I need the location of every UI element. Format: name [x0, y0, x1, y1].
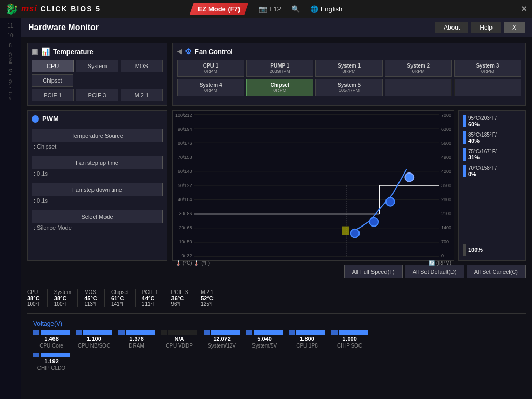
- fan-step-up-value: : 0.1s: [32, 170, 163, 177]
- temp-btn-system[interactable]: System: [76, 60, 118, 72]
- separator-2: [27, 313, 526, 314]
- top-right-controls: ×: [521, 4, 527, 15]
- temp-btn-m21[interactable]: M.2 1: [121, 89, 163, 101]
- fan-slots-row2: System 4 0RPM Chipset 0RPM System 5 1057…: [177, 79, 521, 96]
- all-full-speed-button[interactable]: All Full Speed(F): [344, 265, 403, 278]
- chart-svg: [194, 113, 439, 258]
- sidebar-label-user: Use: [8, 92, 13, 100]
- voltage-system5v: 5.040 System/5V: [246, 330, 283, 349]
- y-label-10: 0/ 32: [175, 253, 192, 258]
- fan-control-header: ◀ ⚙ Fan Control: [177, 47, 521, 56]
- all-set-cancel-button[interactable]: All Set Cancel(C): [467, 265, 526, 278]
- topbar-close-button[interactable]: ×: [521, 4, 527, 15]
- about-button[interactable]: About: [435, 22, 468, 33]
- fan-control-label: Fan Control: [195, 48, 233, 56]
- fan-slot-system5[interactable]: System 5 1057RPM: [315, 79, 382, 96]
- temp-reading-pcie1: PCIE 1 44°C 111°F: [136, 289, 165, 307]
- temp-btn-mos[interactable]: MOS: [121, 60, 163, 72]
- voltage-section: Voltage(V) 1.468 CPU Core 1.100: [27, 318, 526, 373]
- legend-bar-1: [463, 115, 466, 127]
- fan-slot-system4[interactable]: System 4 0RPM: [177, 79, 244, 96]
- rpm-label-0: 7000: [441, 113, 451, 118]
- voltage-chip-soc: 1.000 CHIP SOC: [331, 330, 368, 349]
- temperature-panel-header: ▣ 📊 Temperature: [32, 47, 163, 56]
- search-button[interactable]: 🔍: [291, 5, 300, 13]
- fan-slot-cpu1[interactable]: CPU 1 0RPM: [177, 60, 244, 77]
- rpm-label-10: 0: [441, 253, 451, 258]
- temp-btn-cpu[interactable]: CPU: [32, 60, 74, 72]
- all-set-default-button[interactable]: All Set Default(D): [405, 265, 464, 278]
- fan-slots-row1: CPU 1 0RPM PUMP 1 2039RPM System 1 0RPM …: [177, 60, 521, 77]
- legend-text-2: 85°C/185°F/ 40%: [468, 132, 521, 144]
- voltage-cpu-nb-soc: 1.100 CPU NB/SOC: [76, 330, 112, 349]
- rpm-label-7: 2100: [441, 211, 451, 216]
- help-button[interactable]: Help: [471, 22, 501, 33]
- voltage-bars-row: 1.468 CPU Core 1.100 CPU NB/SOC: [33, 330, 520, 349]
- left-sidebar: 11 10 8 GAMI Mo Ove Use: [0, 18, 21, 399]
- chart-point-1[interactable]: [350, 229, 359, 238]
- legend-bar-4: [463, 165, 466, 177]
- legend-item-4: 70°C/158°F/ 0%: [463, 165, 521, 177]
- temperature-readings-bar: CPU 38°C 100°F System 38°C 100°F MOS 45°…: [27, 287, 526, 309]
- fan-step-up-button[interactable]: Fan step up time: [32, 156, 163, 169]
- globe-icon: 🌐: [310, 5, 318, 13]
- pwm-radio[interactable]: [32, 115, 39, 123]
- chart-legend-container: 100/212 90/194 80/176 70/158 60/140 50/1…: [172, 110, 526, 261]
- f12-button[interactable]: 📷 F12: [259, 5, 281, 13]
- temp-btn-pcie1[interactable]: PCIE 1: [32, 89, 74, 101]
- main-window: Hardware Monitor About Help X ▣ 📊 Temper…: [21, 18, 532, 399]
- legend-100-pct: 100%: [463, 244, 521, 256]
- sidebar-num-11: 11: [7, 23, 13, 29]
- ez-mode-button[interactable]: EZ Mode (F7): [190, 3, 249, 15]
- temperature-buttons-row1: CPU System MOS Chipset: [32, 60, 163, 87]
- chart-y-axis-left: 100/212 90/194 80/176 70/158 60/140 50/1…: [175, 113, 194, 258]
- chart-inner: 100/212 90/194 80/176 70/158 60/140 50/1…: [175, 113, 451, 258]
- temperature-source-button[interactable]: Temperature Source: [32, 129, 163, 142]
- language-button[interactable]: 🌐 English: [310, 5, 343, 13]
- chart-point-3[interactable]: [385, 197, 394, 206]
- chart-point-4[interactable]: [405, 173, 414, 182]
- y-label-6: 40/104: [175, 197, 192, 202]
- fan-slot-system2[interactable]: System 2 0RPM: [385, 60, 452, 77]
- window-title: Hardware Monitor: [28, 23, 432, 32]
- voltage-cpu-vddp: N/A CPU VDDP: [161, 330, 197, 349]
- window-title-bar: Hardware Monitor About Help X: [21, 18, 532, 37]
- y-label-0: 100/212: [175, 113, 192, 118]
- temp-btn-chipset[interactable]: Chipset: [32, 74, 73, 87]
- fan-slot-empty1: [385, 79, 452, 96]
- temperature-source-group: Temperature Source : Chipset: [32, 129, 163, 150]
- fan-slot-chipset[interactable]: Chipset 0RPM: [246, 79, 313, 96]
- temp-reading-chipset: Chipset 61°C 141°F: [105, 289, 136, 307]
- separator-1: [27, 283, 526, 283]
- temp-btn-pcie3[interactable]: PCIE 3: [76, 89, 118, 101]
- fan-icon: ⚙: [185, 47, 192, 56]
- temp-reading-system: System 38°C 100°F: [48, 289, 78, 307]
- fan-slot-system3[interactable]: System 3 0RPM: [454, 60, 521, 77]
- chart-point-2[interactable]: [369, 218, 378, 227]
- msi-dragon-icon: 🐉: [5, 3, 18, 15]
- temp-reading-mos: MOS 45°C 113°F: [78, 289, 105, 307]
- legend-bar-5: [463, 244, 466, 256]
- top-bar: 🐉 msi CLICK BIOS 5 EZ Mode (F7) 📷 F12 🔍 …: [0, 0, 532, 18]
- window-close-button[interactable]: X: [504, 22, 525, 33]
- chart-svg-container[interactable]: [194, 113, 439, 258]
- top-panels-row: ▣ 📊 Temperature CPU System MOS Chipset P…: [27, 43, 526, 106]
- app-name: CLICK BIOS 5: [41, 5, 101, 13]
- select-mode-button[interactable]: Select Mode: [32, 210, 163, 223]
- y-label-9: 10/ 50: [175, 239, 192, 244]
- legend-item-3: 75°C/167°F/ 31%: [463, 148, 521, 161]
- collapse-icon[interactable]: ▣: [32, 48, 38, 56]
- rpm-label-2: 5600: [441, 141, 451, 146]
- celsius-indicator: 🌡️ (°C) 🌡️ (°F): [175, 260, 210, 266]
- fan-step-down-button[interactable]: Fan step down time: [32, 183, 163, 196]
- y-label-1: 90/194: [175, 127, 192, 132]
- legend-item-1: 95°C/203°F/ 60%: [463, 115, 521, 127]
- temperature-buttons-row2: PCIE 1 PCIE 3 M.2 1: [32, 89, 163, 101]
- svg-rect-12: [342, 227, 349, 235]
- select-mode-group: Select Mode : Silence Mode: [32, 210, 163, 231]
- fan-slot-pump1[interactable]: PUMP 1 2039RPM: [246, 60, 313, 77]
- legend-bar-3: [463, 148, 466, 161]
- fan-nav-prev[interactable]: ◀: [177, 48, 182, 55]
- sidebar-num-8: 8: [9, 43, 12, 48]
- fan-slot-system1[interactable]: System 1 0RPM: [315, 60, 382, 77]
